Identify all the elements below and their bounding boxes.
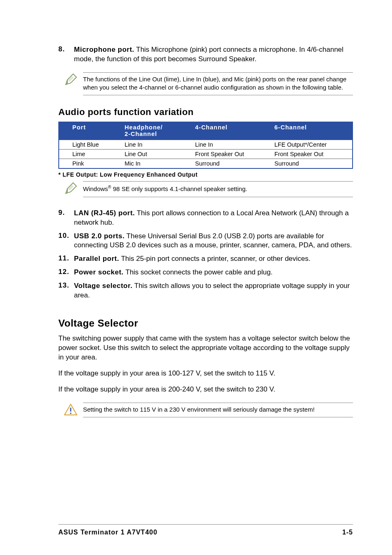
col-port: Port [72,124,86,131]
voltage-p1: The switching power supply that came wit… [58,334,353,362]
table-row: Light Blue Line In Line In LFE Output*/C… [59,140,353,150]
item-9: 9. LAN (RJ-45) port. This port allows co… [58,209,353,228]
item-8: 8. Microphone port. This Microphone (pin… [58,45,353,64]
svg-point-5 [70,412,71,414]
voltage-selector-heading: Voltage Selector [58,318,353,329]
note-text: The functions of the Line Out (lime), Li… [83,72,353,96]
item-number: 9. [58,209,65,216]
voltage-p2: If the voltage supply in your area is 10… [58,369,353,378]
pencil-note-icon [63,181,78,196]
item-11: 11. Parallel port. This 25-pin port conn… [58,254,353,264]
voltage-p3: If the voltage supply in your area is 20… [58,385,353,394]
item-number: 8. [58,45,65,53]
note-win-sup: ® [108,184,111,189]
note-line-out: The functions of the Line Out (lime), Li… [58,72,353,96]
item-12: 12. Power socket. This socket connects t… [58,268,353,277]
audio-ports-table: Port Headphone/2-Channel 4-Channel 6-Cha… [58,122,353,169]
note-windows: Windows® 98 SE only supports 4.1-channel… [58,181,353,197]
audio-ports-heading: Audio ports function variation [58,107,353,117]
item-number: 11. [58,254,69,262]
note-win-pre: Windows [83,185,108,192]
page-footer: ASUS Terminator 1 A7VT400 1-5 [58,524,353,536]
svg-rect-4 [70,408,71,412]
item-text: This 25-pin port connects a printer, sca… [119,255,311,263]
item-title: Parallel port. [74,255,119,263]
item-13: 13. Voltage selector. This switch allows… [58,281,353,300]
pencil-note-icon [63,72,78,87]
warning-voltage: Setting the switch to 115 V in a 230 V e… [58,403,353,417]
item-number: 12. [58,268,69,276]
note-win-post: 98 SE only supports 4.1-channel speaker … [111,185,247,192]
item-text: This socket connects the power cable and… [124,268,273,276]
warning-text: Setting the switch to 115 V in a 230 V e… [83,403,353,417]
item-title: USB 2.0 ports. [74,232,125,240]
item-10: 10. USB 2.0 ports. These Universal Seria… [58,232,353,251]
item-number: 10. [58,232,69,240]
warning-triangle-icon [63,403,78,417]
footer-product: ASUS Terminator 1 A7VT400 [58,529,157,536]
col-4channel: 4-Channel [195,124,228,131]
lfe-footnote: * LFE Output: Low Frequency Enhanced Out… [58,171,353,178]
item-title: Microphone port. [74,46,134,53]
item-title: Voltage selector. [74,282,132,290]
item-title: LAN (RJ-45) port. [74,209,135,217]
col-6channel: 6-Channel [274,124,307,131]
col-headphone-a: Headphone/ [125,124,187,131]
item-title: Power socket. [74,268,124,276]
item-number: 13. [58,281,69,289]
table-row: Pink Mic In Surround Surround [59,159,353,169]
col-headphone-b: 2-Channel [125,131,187,137]
table-row: Lime Line Out Front Speaker Out Front Sp… [59,150,353,159]
footer-page-number: 1-5 [342,529,353,536]
